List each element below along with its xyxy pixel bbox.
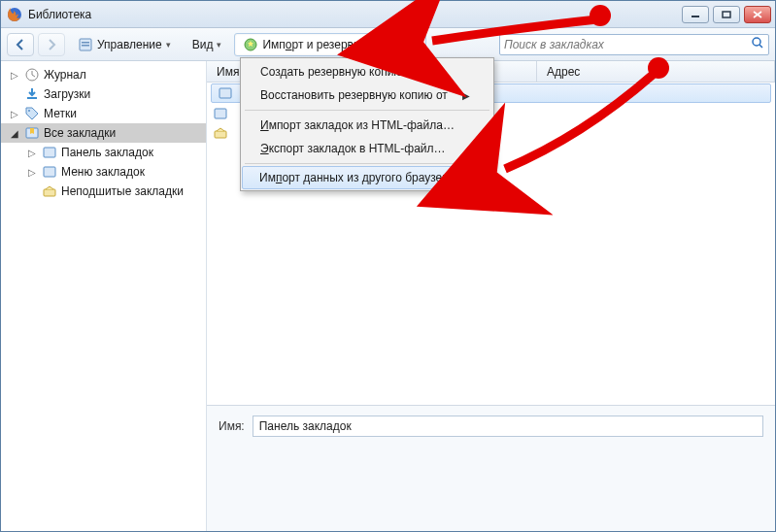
detail-name-input[interactable]: Панель закладок: [253, 416, 763, 437]
menu-restore-backup[interactable]: Восстановить резервную копию от ▶: [243, 83, 491, 107]
sidebar: ▷ Журнал Загрузки ▷ Метки ◢ Все закладки…: [1, 61, 207, 531]
svg-rect-16: [215, 109, 226, 118]
search-input[interactable]: [504, 38, 751, 51]
tree-tags[interactable]: ▷ Метки: [1, 104, 206, 123]
window-buttons: [682, 6, 771, 23]
search-box[interactable]: [499, 34, 769, 55]
titlebar: Библиотека: [1, 1, 775, 28]
svg-rect-13: [44, 167, 55, 177]
tree-label: Панель закладок: [61, 146, 153, 159]
menu-create-backup[interactable]: Создать резервную копию…: [243, 60, 491, 83]
svg-rect-4: [82, 42, 89, 44]
manage-icon: [78, 37, 93, 52]
toolbar: Управление ▾ Вид ▾ Импорт и резервные ко…: [1, 28, 775, 61]
chevron-down-icon: ▾: [217, 40, 221, 50]
tree-toolbar-bookmarks[interactable]: ▷ Панель закладок: [1, 143, 206, 162]
star-badge-icon: [243, 37, 258, 52]
expand-icon[interactable]: ▷: [11, 70, 20, 81]
svg-rect-14: [44, 189, 55, 196]
tree-label: Все закладки: [44, 126, 116, 140]
svg-rect-15: [219, 88, 231, 98]
menu-separator: [245, 110, 489, 111]
menu-import-browser[interactable]: Импорт данных из другого браузера…: [242, 166, 492, 189]
tree-history[interactable]: ▷ Журнал: [1, 65, 206, 84]
window-title: Библиотека: [28, 8, 682, 21]
manage-label: Управление: [97, 38, 162, 51]
chevron-down-icon: ▾: [166, 40, 171, 50]
tree-label: Метки: [44, 107, 77, 120]
import-backup-button[interactable]: Импорт и резервные копии ▾: [234, 33, 426, 56]
minimize-button[interactable]: [682, 6, 709, 23]
menu-export-html[interactable]: Экспорт закладок в HTML-файл…: [243, 137, 491, 160]
view-button[interactable]: Вид ▾: [184, 34, 231, 55]
search-icon: [751, 36, 764, 52]
folder-icon: [42, 145, 57, 160]
tree-downloads[interactable]: Загрузки: [1, 84, 206, 104]
tree-all-bookmarks[interactable]: ◢ Все закладки: [1, 123, 206, 143]
firefox-icon: [7, 7, 22, 22]
import-backup-label: Импорт и резервные копии: [262, 38, 409, 51]
tree-label: Загрузки: [44, 87, 90, 101]
tree-unsorted-bookmarks[interactable]: Неподшитые закладки: [1, 182, 206, 201]
tree-menu-bookmarks[interactable]: ▷ Меню закладок: [1, 162, 206, 182]
view-label: Вид: [192, 38, 214, 51]
folder-icon: [218, 85, 233, 101]
close-button[interactable]: [744, 6, 771, 23]
detail-name-label: Имя:: [219, 416, 245, 433]
detail-pane: Имя: Панель закладок: [207, 405, 775, 531]
svg-rect-1: [692, 16, 699, 17]
expand-icon[interactable]: ▷: [28, 148, 38, 158]
collapse-icon[interactable]: ◢: [11, 128, 20, 139]
folder-icon: [213, 106, 228, 121]
svg-rect-17: [215, 131, 226, 138]
col-address[interactable]: Адрес: [537, 61, 775, 82]
bookmarks-icon: [24, 125, 40, 141]
unsorted-icon: [42, 183, 57, 199]
svg-rect-2: [723, 12, 730, 17]
tree-label: Неподшитые закладки: [61, 184, 184, 198]
download-icon: [24, 86, 40, 102]
folder-icon: [42, 164, 57, 180]
nav-forward-button[interactable]: [38, 33, 65, 56]
expand-icon[interactable]: ▷: [11, 109, 20, 119]
expand-icon[interactable]: ▷: [28, 167, 38, 178]
import-backup-menu: Создать резервную копию… Восстановить ре…: [240, 57, 494, 191]
menu-separator: [245, 163, 489, 164]
maximize-button[interactable]: [713, 6, 740, 23]
svg-rect-5: [82, 45, 89, 47]
tree-label: Меню закладок: [61, 165, 145, 179]
tag-icon: [24, 106, 40, 121]
svg-rect-12: [44, 148, 55, 157]
svg-point-7: [753, 38, 760, 46]
svg-rect-9: [27, 97, 37, 99]
tree-label: Журнал: [44, 68, 86, 82]
manage-button[interactable]: Управление ▾: [69, 33, 180, 56]
unsorted-icon: [213, 125, 228, 141]
chevron-down-icon: ▾: [413, 40, 418, 50]
nav-back-button[interactable]: [7, 33, 34, 56]
svg-point-10: [28, 110, 30, 112]
menu-import-html[interactable]: Импорт закладок из HTML-файла…: [243, 114, 491, 137]
clock-icon: [24, 67, 40, 83]
submenu-arrow-icon: ▶: [462, 90, 470, 101]
